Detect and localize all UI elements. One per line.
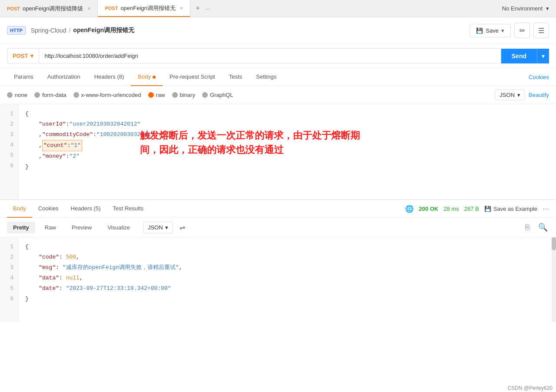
resp-line-4: "data": null, — [25, 273, 549, 283]
tab-bar: POST openFeign调用报错降级 × POST openFeign调用报… — [0, 0, 556, 17]
resp-filter-icon[interactable]: ⇌ — [176, 221, 189, 233]
resp-line-2: "code": 500, — [25, 252, 549, 262]
line-num-5: 5 — [0, 150, 18, 161]
response-time: 28 ms — [443, 206, 459, 212]
resp-format-selector[interactable]: JSON ▾ — [143, 222, 173, 233]
resp-actions: ⎘ 🔍 — [521, 221, 549, 233]
tab-body[interactable]: Body — [131, 68, 163, 86]
line-num-1: 1 — [0, 109, 18, 119]
response-format-row: Pretty Raw Preview Visualize JSON ▾ ⇌ ⎘ … — [0, 218, 556, 237]
response-size: 287 B — [464, 206, 479, 212]
env-chevron-icon: ▾ — [546, 5, 549, 12]
resp-code-content: { "code": 500, "msg": "减库存的openFeign调用失效… — [18, 237, 556, 322]
resp-line-6: } — [25, 294, 549, 304]
resp-line-numbers: 1 2 3 4 5 6 — [0, 237, 18, 322]
resp-format-chevron-icon: ▾ — [165, 224, 168, 231]
resp-tab-test-results[interactable]: Test Results — [107, 200, 150, 218]
body-dot — [153, 76, 156, 79]
code-content[interactable]: { "userId":"user202103032042012" ,"commo… — [18, 104, 556, 199]
method-chevron-icon: ▾ — [30, 53, 33, 59]
body-type-binary[interactable]: binary — [172, 92, 195, 98]
tab-close-2[interactable]: × — [180, 5, 183, 11]
env-label: No Environment — [502, 5, 543, 12]
http-badge: HTTP — [7, 26, 26, 35]
line-num-2: 2 — [0, 119, 18, 130]
line-num-3: 3 — [0, 130, 18, 140]
edit-button[interactable]: ✏ — [514, 23, 530, 38]
response-body-area: 1 2 3 4 5 6 { "code": 500, "msg": "减库存的o… — [0, 237, 556, 322]
radio-urlencoded — [73, 92, 79, 98]
tab-pre-request-script[interactable]: Pre-request Script — [163, 68, 222, 86]
tab-settings[interactable]: Settings — [249, 68, 283, 86]
json-chevron-icon: ▾ — [517, 92, 520, 98]
response-section: Body Cookies Headers (5) Test Results 🌐 … — [0, 200, 556, 322]
resp-tab-body[interactable]: Body — [7, 200, 32, 218]
cookies-link[interactable]: Cookies — [529, 74, 549, 80]
response-more-icon[interactable]: ··· — [543, 204, 549, 213]
request-body-editor[interactable]: 1 2 3 4 5 6 { "userId":"user202103032042… — [0, 104, 556, 200]
breadcrumb-current: openFeign调用报错无 — [73, 27, 134, 34]
radio-graphql — [202, 92, 208, 98]
radio-form-data — [34, 92, 40, 98]
send-main-button[interactable]: Send — [501, 49, 537, 63]
resp-copy-button[interactable]: ⎘ — [521, 221, 533, 233]
body-type-row: none form-data x-www-form-urlencoded raw… — [0, 86, 556, 104]
radio-none — [7, 92, 13, 98]
resp-tab-cookies[interactable]: Cookies — [32, 200, 65, 218]
resp-scrollbar-thumb[interactable] — [552, 237, 556, 250]
tab-tests[interactable]: Tests — [222, 68, 249, 86]
url-input[interactable] — [39, 48, 501, 63]
comment-button[interactable]: ☰ — [533, 23, 549, 38]
resp-line-1: { — [25, 242, 549, 252]
save-button[interactable]: 💾 Save ▾ — [469, 24, 511, 37]
resp-view-raw[interactable]: Raw — [39, 222, 62, 233]
more-tabs-icon[interactable]: ··· — [205, 5, 210, 12]
url-bar: POST ▾ Send ▾ — [0, 44, 556, 68]
body-type-none[interactable]: none — [7, 92, 27, 98]
method-label: POST — [13, 53, 28, 59]
line-num-4: 4 — [0, 140, 18, 150]
tab-close-1[interactable]: × — [87, 6, 90, 12]
body-type-urlencoded[interactable]: x-www-form-urlencoded — [73, 92, 141, 98]
save-example-button[interactable]: 💾 Save as Example — [484, 206, 537, 212]
env-selector[interactable]: No Environment ▾ — [495, 0, 556, 17]
json-format-selector[interactable]: JSON ▾ — [495, 90, 525, 100]
tab-post-feign-error[interactable]: POST openFeign调用报错无 × — [98, 0, 190, 17]
beautify-button[interactable]: Beautify — [529, 92, 549, 98]
code-line-3: ,"commodityCode":"100202003032041" — [25, 130, 549, 140]
response-tabs-row: Body Cookies Headers (5) Test Results 🌐 … — [0, 200, 556, 218]
line-numbers: 1 2 3 4 5 6 — [0, 104, 18, 199]
save-example-icon: 💾 — [484, 206, 491, 212]
save-label: Save — [486, 27, 499, 34]
tab-method-2: POST — [105, 6, 118, 11]
tab-post-feign-downgrade[interactable]: POST openFeign调用报错降级 × — [0, 0, 98, 17]
resp-search-button[interactable]: 🔍 — [537, 221, 549, 233]
radio-raw — [148, 92, 154, 98]
header-actions: 💾 Save ▾ ✏ ☰ — [469, 23, 549, 38]
request-header: HTTP Spring-Cloud / openFeign调用报错无 💾 Sav… — [0, 17, 556, 44]
method-selector[interactable]: POST ▾ — [7, 48, 39, 63]
breadcrumb-parent: Spring-Cloud — [31, 27, 67, 34]
body-type-graphql[interactable]: GraphQL — [202, 92, 233, 98]
comment-icon: ☰ — [538, 27, 544, 35]
body-type-raw[interactable]: raw — [148, 92, 165, 98]
resp-view-visualize[interactable]: Visualize — [101, 222, 136, 233]
resp-scrollbar[interactable] — [552, 237, 556, 322]
response-meta: 🌐 200 OK 28 ms 287 B 💾 Save as Example ·… — [405, 204, 549, 213]
resp-view-pretty[interactable]: Pretty — [7, 222, 35, 233]
save-example-label: Save as Example — [493, 206, 537, 212]
send-chevron-button[interactable]: ▾ — [537, 49, 549, 63]
add-tab-icon[interactable]: + — [196, 4, 200, 13]
tab-headers[interactable]: Headers (8) — [87, 68, 131, 86]
line-num-6: 6 — [0, 161, 18, 171]
resp-tab-headers[interactable]: Headers (5) — [65, 200, 107, 218]
tab-params[interactable]: Params — [7, 68, 40, 86]
save-chevron-icon: ▾ — [501, 27, 504, 34]
tab-authorization[interactable]: Authorization — [40, 68, 87, 86]
body-type-form-data[interactable]: form-data — [34, 92, 67, 98]
tab-add-area[interactable]: + ··· — [190, 0, 216, 17]
response-status: 200 OK — [419, 206, 439, 212]
body-format-area: JSON ▾ Beautify — [495, 90, 549, 100]
resp-view-preview[interactable]: Preview — [66, 222, 98, 233]
edit-icon: ✏ — [519, 27, 525, 35]
